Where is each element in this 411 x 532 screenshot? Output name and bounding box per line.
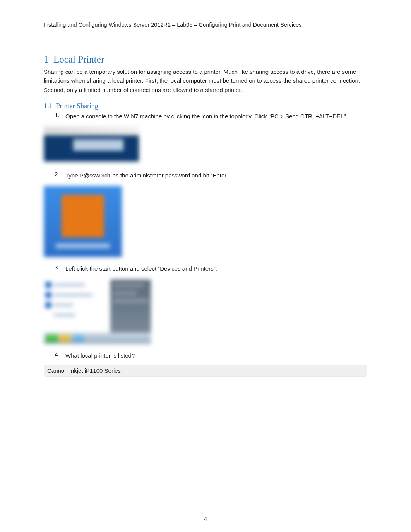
step-text: Left click the start button and select “… [65, 264, 217, 273]
step-1: 1. Open a console to the WIN7 machine by… [55, 112, 367, 121]
subsection-heading: 1.1 Printer Sharing [44, 102, 367, 110]
screenshot-login-screen [44, 186, 122, 257]
screenshot-start-menu [44, 280, 151, 344]
page-header: Installing and Configuring Windows Serve… [44, 22, 367, 28]
section-number: 1 [44, 54, 49, 65]
subsection-title: Printer Sharing [56, 102, 99, 110]
step-text: Open a console to the WIN7 machine by cl… [65, 112, 348, 121]
step-number: 1. [55, 112, 65, 121]
subsection-number: 1.1 [44, 102, 53, 110]
answer-field: Cannon Inkjet iP1100 Series [44, 365, 367, 377]
step-3: 3. Left click the start button and selec… [55, 264, 367, 273]
step-number: 2. [55, 171, 65, 180]
step-2: 2. Type P@ssw0rd1 as the administrator p… [55, 171, 367, 180]
step-number: 3. [55, 264, 65, 273]
section-heading: 1 Local Printer [44, 54, 367, 65]
step-number: 4. [55, 351, 65, 360]
step-text: What local printer is listed? [65, 351, 135, 360]
step-4: 4. What local printer is listed? [55, 351, 367, 360]
section-title: Local Printer [53, 54, 104, 65]
page-number: 4 [0, 516, 411, 522]
step-text: Type P@ssw0rd1 as the administrator pass… [65, 171, 230, 180]
screenshot-console-toolbar [44, 127, 139, 162]
section-intro: Sharing can be a temporary solution for … [44, 67, 367, 94]
